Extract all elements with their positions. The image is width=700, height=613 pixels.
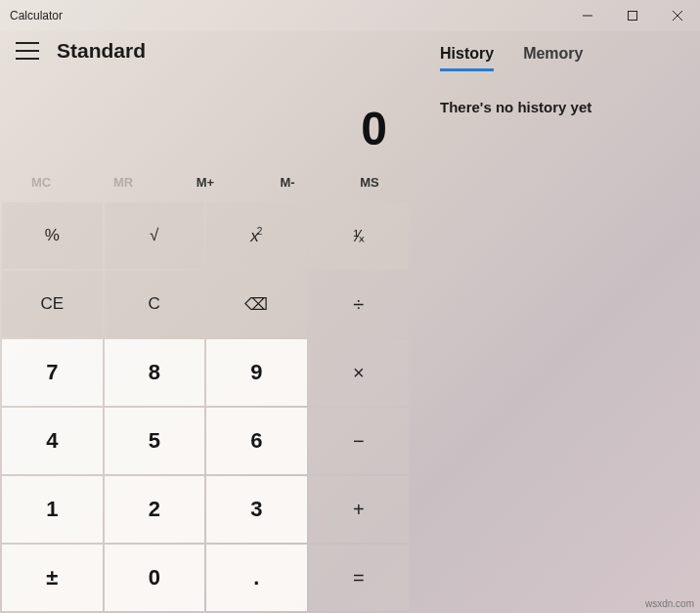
- window-title: Calculator: [10, 9, 565, 22]
- digit-8-button[interactable]: 8: [105, 339, 205, 406]
- memory-recall-button: MR: [82, 163, 164, 200]
- clear-button[interactable]: C: [105, 271, 205, 337]
- plus-button[interactable]: +: [309, 476, 410, 543]
- memory-store-button[interactable]: MS: [328, 163, 411, 200]
- digit-4-button[interactable]: 4: [2, 408, 103, 474]
- memory-subtract-button[interactable]: M-: [246, 163, 328, 200]
- digit-3-button[interactable]: 3: [206, 476, 307, 543]
- memory-clear-button: MC: [0, 163, 82, 200]
- maximize-button[interactable]: [610, 0, 655, 31]
- digit-2-button[interactable]: 2: [105, 476, 205, 543]
- display-value: 0: [16, 102, 387, 155]
- minimize-button[interactable]: [565, 0, 610, 31]
- tab-history[interactable]: History: [440, 45, 494, 71]
- reciprocal-button[interactable]: ¹∕ₓ: [309, 202, 410, 269]
- tab-memory[interactable]: Memory: [523, 45, 583, 71]
- digit-6-button[interactable]: 6: [206, 408, 307, 474]
- digit-9-button[interactable]: 9: [206, 339, 307, 406]
- percent-button[interactable]: %: [2, 202, 103, 269]
- digit-1-button[interactable]: 1: [2, 476, 103, 543]
- square-button[interactable]: x2: [206, 202, 307, 269]
- digit-5-button[interactable]: 5: [105, 408, 205, 474]
- clear-entry-button[interactable]: CE: [2, 271, 103, 337]
- divide-button[interactable]: ÷: [309, 271, 410, 337]
- backspace-button[interactable]: ⌫: [206, 271, 307, 337]
- sqrt-button[interactable]: √: [105, 202, 205, 269]
- multiply-button[interactable]: ×: [309, 339, 410, 406]
- watermark: wsxdn.com: [645, 598, 694, 609]
- hamburger-menu-icon[interactable]: [16, 42, 39, 60]
- equals-button[interactable]: =: [309, 545, 410, 611]
- minus-button[interactable]: −: [309, 408, 410, 474]
- decimal-button[interactable]: .: [206, 545, 307, 611]
- memory-add-button[interactable]: M+: [164, 163, 246, 200]
- close-button[interactable]: [655, 0, 700, 31]
- negate-button[interactable]: ±: [2, 545, 103, 611]
- svg-rect-1: [629, 12, 637, 21]
- digit-7-button[interactable]: 7: [2, 339, 103, 406]
- history-empty-message: There's no history yet: [430, 99, 680, 115]
- digit-0-button[interactable]: 0: [105, 545, 205, 611]
- mode-title: Standard: [57, 39, 146, 63]
